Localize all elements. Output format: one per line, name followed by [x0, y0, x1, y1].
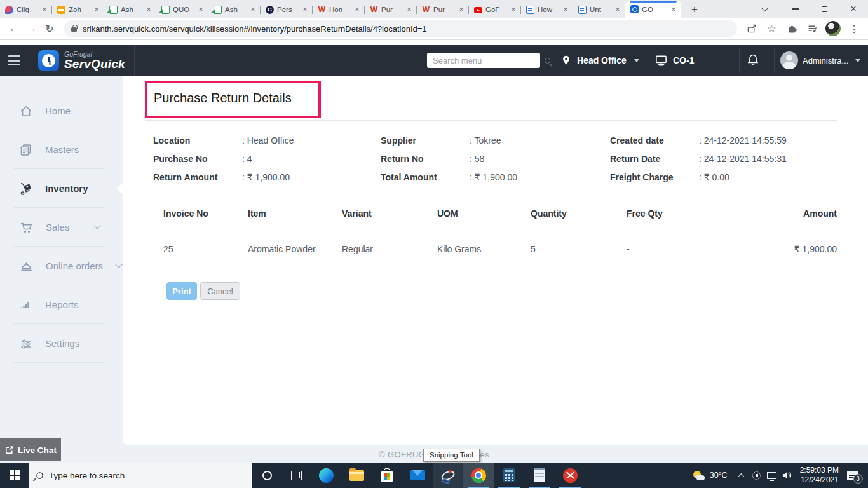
tab-close-icon[interactable] [457, 5, 466, 14]
cell-invoice-no: 25 [153, 244, 248, 254]
sheet-favicon-icon [109, 6, 118, 14]
browser-tab[interactable]: Unt [573, 1, 625, 18]
cliq-favicon-icon [5, 6, 13, 14]
sidebar-item-online-orders[interactable]: Online orders [0, 247, 123, 285]
sidebar-item-label: Sales [46, 222, 70, 233]
browser-menu-button[interactable] [845, 20, 863, 37]
red-scissors-app-icon [563, 468, 578, 483]
tray-device-button[interactable] [749, 463, 764, 488]
tab-close-icon[interactable] [669, 5, 678, 14]
tab-close-icon[interactable] [301, 5, 309, 14]
browser-tab[interactable]: Zoh [52, 1, 104, 18]
chevron-down-icon [115, 261, 122, 268]
taskbar-snipping-tool[interactable] [433, 463, 463, 488]
new-tab-button[interactable] [686, 1, 703, 18]
chevron-down-icon [634, 59, 639, 62]
taskbar-file-explorer[interactable] [341, 463, 372, 488]
browser-tab[interactable]: How [521, 1, 573, 18]
browser-tab[interactable]: Pur [365, 1, 417, 18]
tab-close-icon[interactable] [353, 5, 362, 14]
tray-network-button[interactable] [764, 463, 780, 488]
tab-close-icon[interactable] [40, 5, 49, 14]
browser-tab[interactable]: Pers [261, 1, 313, 18]
restore-button[interactable] [810, 0, 839, 18]
return-items-table: Invoice No Item Variant UOM Quantity Fre… [153, 208, 837, 254]
browser-tab[interactable]: GoF [469, 1, 521, 18]
browser-tab[interactable]: Ash [104, 1, 156, 18]
sidebar-item-inventory[interactable]: Inventory [0, 169, 123, 208]
settings-sliders-icon [19, 337, 33, 351]
user-menu[interactable]: Administra... [780, 51, 860, 69]
chevron-down-icon [761, 4, 768, 11]
profile-avatar[interactable] [825, 21, 841, 36]
tab-close-icon[interactable] [144, 5, 153, 14]
location-selector[interactable]: Head Office [560, 45, 639, 76]
taskbar-notepad[interactable] [524, 463, 555, 488]
browser-tab-active[interactable]: GO [625, 1, 681, 18]
tab-close-icon[interactable] [92, 5, 101, 14]
tray-volume-button[interactable] [780, 463, 795, 488]
menu-dots-icon [849, 23, 859, 35]
bookmark-button[interactable]: ☆ [763, 20, 780, 37]
field-label: Return Date [610, 154, 699, 164]
menu-search-box[interactable] [427, 53, 540, 68]
notifications-button[interactable] [743, 53, 763, 68]
cortana-button[interactable] [252, 463, 281, 488]
taskbar-mail[interactable] [402, 463, 433, 488]
field-label: Freight Charge [610, 172, 699, 182]
taskbar-edge[interactable] [311, 463, 341, 488]
back-icon [9, 23, 19, 34]
extensions-button[interactable] [783, 20, 801, 37]
taskbar-calculator[interactable] [494, 463, 524, 488]
sidebar-item-reports[interactable]: Reports [0, 285, 123, 324]
tab-close-icon[interactable] [196, 5, 205, 14]
terminal-selector[interactable]: CO-1 [654, 45, 694, 76]
table-header-row: Invoice No Item Variant UOM Quantity Fre… [153, 208, 837, 219]
browser-tab[interactable]: Ash [208, 1, 261, 18]
field-value: : 24-12-2021 14:55:31 [699, 154, 787, 164]
tray-expand-button[interactable] [734, 463, 749, 488]
browser-tab[interactable]: QUO [156, 1, 208, 18]
tab-close-icon[interactable] [613, 5, 622, 14]
sidebar-item-home[interactable]: Home [0, 92, 123, 130]
tab-close-icon[interactable] [561, 5, 570, 14]
sidebar-item-masters[interactable]: Masters [0, 130, 123, 169]
back-button[interactable] [5, 20, 23, 37]
taskbar-snip-app[interactable] [555, 463, 585, 488]
lock-icon[interactable] [71, 27, 77, 32]
cancel-button[interactable]: Cancel [200, 282, 240, 300]
print-button[interactable]: Print [166, 282, 197, 300]
taskbar-search-box[interactable]: Type here to search [29, 463, 252, 488]
forward-button[interactable] [23, 20, 41, 37]
w-favicon-icon [370, 6, 378, 14]
start-button[interactable] [0, 463, 29, 488]
weather-widget[interactable]: 30°C [686, 463, 734, 488]
task-view-button[interactable] [281, 463, 311, 488]
browser-tab[interactable]: Hon [313, 1, 365, 18]
reload-button[interactable] [41, 20, 58, 37]
field-value: : 24-12-2021 14:55:59 [699, 135, 787, 146]
location-pin-icon [560, 54, 572, 67]
browser-tab[interactable]: Pur [417, 1, 469, 18]
tab-close-icon[interactable] [405, 5, 414, 14]
servquick-favicon-icon [630, 5, 639, 13]
address-bar[interactable]: srikanth.servquick.com/servquick/killses… [64, 20, 737, 37]
tab-close-icon[interactable] [509, 5, 518, 14]
tab-close-icon[interactable] [248, 5, 257, 14]
close-window-button[interactable] [839, 0, 868, 18]
hamburger-menu-button[interactable] [0, 45, 29, 76]
sidebar-item-settings[interactable]: Settings [0, 324, 123, 363]
minimize-button[interactable] [780, 0, 810, 18]
browser-tab[interactable]: Cliq [0, 1, 52, 18]
media-controls-button[interactable] [803, 20, 821, 37]
share-button[interactable] [742, 20, 760, 37]
taskbar-store[interactable] [372, 463, 402, 488]
action-center-icon: 3 [847, 471, 858, 480]
taskbar-chrome[interactable] [463, 463, 494, 488]
action-center-button[interactable]: 3 [845, 463, 868, 488]
taskbar-clock[interactable]: 2:59:03 PM 12/24/2021 [795, 466, 845, 485]
menu-search-input[interactable] [433, 56, 545, 65]
tab-search-button[interactable] [751, 0, 780, 18]
sidebar-item-sales[interactable]: Sales [0, 208, 123, 247]
url-text[interactable]: srikanth.servquick.com/servquick/killses… [83, 24, 427, 34]
